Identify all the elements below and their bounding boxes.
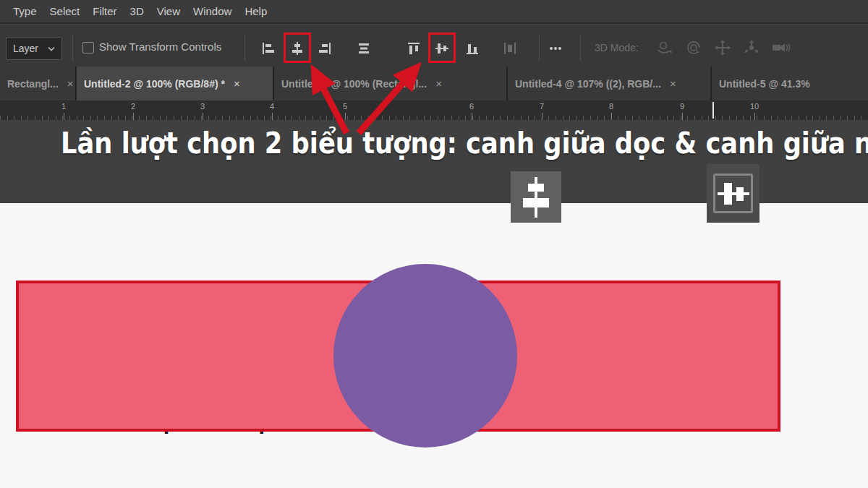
show-transform-controls-label: Show Transform Controls (99, 40, 221, 53)
document-tab-bar: Rectangl... × Untitled-2 @ 100% (RGB/8#)… (0, 67, 868, 100)
tab-close-icon[interactable]: × (67, 78, 74, 89)
tutorial-headline: Lần lượt chọn 2 biểu tượng: canh giữa dọ… (61, 126, 807, 160)
separator (244, 34, 245, 61)
tab-untitled-3[interactable]: Untitled-3 @ 100% (Rectangl... × (274, 67, 506, 100)
tab-title: Untitled-4 @ 107% ((2), RGB/... (515, 78, 661, 90)
ruler-number: 1 (61, 100, 66, 120)
separator (580, 34, 581, 61)
menu-item-select[interactable]: Select (50, 5, 80, 17)
menu-bar: Type Select Filter 3D View Window Help (0, 0, 868, 24)
show-transform-controls-checkbox[interactable] (82, 42, 94, 53)
ruler-number: 10 (750, 100, 759, 120)
align-bottom-edges-icon[interactable] (461, 38, 483, 59)
menu-item-view[interactable]: View (157, 5, 180, 17)
align-left-edges-icon[interactable] (258, 38, 279, 59)
canvas-circle-shape[interactable] (333, 264, 517, 448)
tab-title: Untitled-5 @ 41.3% (719, 78, 810, 90)
callout-align-vertical-centers (707, 164, 760, 223)
align-vertical-centers-icon (718, 181, 749, 206)
distribute-horizontal-centers-icon[interactable] (499, 38, 521, 59)
callout-align-horizontal-centers (511, 171, 561, 223)
align-top-edges-icon[interactable] (403, 38, 425, 59)
align-horizontal-centers-icon[interactable] (286, 38, 308, 59)
tab-title: Untitled-2 @ 100% (RGB/8#) * (84, 78, 225, 90)
align-horizontal-centers-icon (520, 177, 552, 218)
tab-untitled-2[interactable]: Untitled-2 @ 100% (RGB/8#) * × (77, 67, 273, 100)
menu-item-3d[interactable]: 3D (130, 5, 144, 17)
ruler-number: 2 (131, 100, 135, 120)
menu-item-window[interactable]: Window (193, 5, 231, 17)
3d-mode-label: 3D Mode: (595, 42, 639, 53)
ruler-number: 4 (270, 100, 274, 120)
separator (539, 34, 540, 61)
tab-close-icon[interactable]: × (234, 78, 240, 89)
photoshop-window: Type Select Filter 3D View Window Help L… (0, 0, 868, 488)
camera-3d-icon[interactable] (769, 36, 792, 59)
separator (72, 34, 73, 61)
orbit-3d-icon[interactable] (653, 36, 676, 59)
chevron-down-icon (48, 46, 55, 51)
tab-close-icon[interactable]: × (435, 78, 442, 89)
callout-frame (713, 174, 753, 213)
tab-close-icon[interactable]: × (670, 78, 676, 89)
more-options-icon[interactable] (545, 38, 566, 59)
tab-rectangle[interactable]: Rectangl... × (0, 67, 75, 100)
auto-select-dropdown[interactable]: Layer (6, 37, 62, 60)
roll-3d-icon[interactable] (682, 36, 705, 59)
menu-item-filter[interactable]: Filter (93, 5, 116, 17)
auto-select-value: Layer (13, 43, 38, 54)
menu-item-help[interactable]: Help (244, 5, 267, 17)
pan-3d-icon[interactable] (711, 36, 734, 59)
slide-3d-icon[interactable] (740, 36, 763, 59)
ruler-number: 9 (680, 100, 684, 120)
distribute-vertical-centers-icon[interactable] (353, 38, 375, 59)
menu-item-type[interactable]: Type (13, 5, 37, 17)
ruler-number: 6 (469, 100, 474, 120)
align-vertical-centers-icon[interactable] (431, 38, 453, 59)
tab-title: Untitled-3 @ 100% (Rectangl... (281, 78, 427, 90)
align-right-edges-icon[interactable] (314, 38, 336, 59)
ruler-number: 8 (609, 100, 613, 120)
ruler-number: 5 (343, 100, 347, 120)
tab-untitled-5[interactable]: Untitled-5 @ 41.3% (712, 67, 868, 100)
tab-title: Rectangl... (7, 78, 59, 90)
tab-untitled-4[interactable]: Untitled-4 @ 107% ((2), RGB/... × (508, 67, 710, 100)
ruler-number: 7 (540, 100, 544, 120)
ruler-cursor-mark (712, 102, 714, 119)
ruler-number: 3 (200, 100, 205, 120)
horizontal-ruler: 1 2 3 4 5 6 7 8 9 10 (0, 100, 868, 121)
options-bar: Layer Show Transform Controls (0, 25, 868, 67)
